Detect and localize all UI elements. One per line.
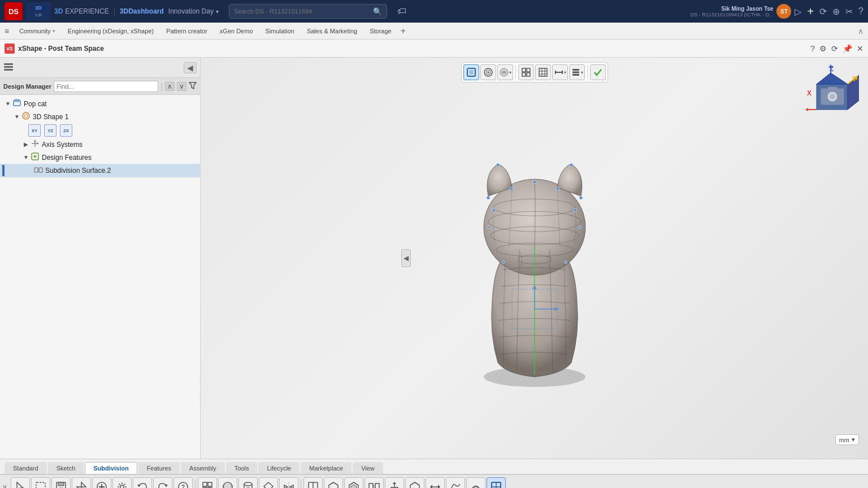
- nav-add-tab[interactable]: +: [401, 26, 406, 36]
- bt-collapse-icon[interactable]: ∨: [2, 483, 7, 489]
- window-help-icon[interactable]: ?: [810, 44, 815, 53]
- bt-edge-loop[interactable]: [303, 477, 323, 489]
- title-dropdown-icon[interactable]: ▾: [216, 8, 219, 15]
- bt-insert[interactable]: [92, 477, 111, 489]
- bt-vertex[interactable]: [344, 477, 363, 489]
- nav-community[interactable]: Community ▾: [14, 25, 61, 37]
- bt-grid-mesh[interactable]: [198, 477, 217, 489]
- axis-expand[interactable]: ▶: [23, 141, 29, 147]
- dm-nav-up[interactable]: ∧: [165, 82, 175, 91]
- pop-cat-expand[interactable]: ▼: [5, 101, 11, 107]
- tree-item-axis[interactable]: ▶ Axis Systems: [0, 138, 200, 151]
- window-pin-icon[interactable]: 📌: [843, 44, 852, 53]
- unit-selector[interactable]: mm ▾: [835, 434, 859, 445]
- bt-save[interactable]: [51, 477, 71, 489]
- 3d-app-icon[interactable]: 3DV,R: [26, 2, 51, 20]
- nav-simulation[interactable]: Simulation: [260, 25, 300, 37]
- tab-standard[interactable]: Standard: [5, 462, 47, 474]
- nav-storage[interactable]: Storage: [364, 25, 397, 37]
- tab-lifecycle[interactable]: Lifecycle: [258, 462, 300, 474]
- tab-sketch[interactable]: Sketch: [48, 462, 84, 474]
- svg-rect-20: [34, 168, 38, 172]
- bt-redo[interactable]: [153, 477, 172, 489]
- bt-slide[interactable]: [426, 477, 445, 489]
- bt-crease[interactable]: [446, 477, 465, 489]
- search-input[interactable]: [234, 8, 373, 15]
- bt-extrude[interactable]: [385, 477, 404, 489]
- bt-sphere[interactable]: [218, 477, 237, 489]
- dm-filter-icon[interactable]: [189, 81, 197, 91]
- vt-measure[interactable]: ▾: [552, 64, 568, 80]
- tag-icon[interactable]: 🏷: [397, 6, 406, 16]
- share-icon[interactable]: ⟳: [819, 6, 827, 17]
- svg-point-64: [496, 163, 500, 167]
- bt-delete[interactable]: [405, 477, 424, 489]
- add-icon[interactable]: +: [807, 5, 814, 18]
- svg-point-107: [244, 482, 252, 486]
- sketch-zx[interactable]: ZX: [60, 124, 72, 137]
- vt-view-mode[interactable]: [518, 64, 534, 80]
- design-manager-search[interactable]: [54, 81, 158, 92]
- tree-item-3d-shape[interactable]: ▼ 3D Shape 1: [0, 110, 200, 123]
- bt-face[interactable]: [324, 477, 343, 489]
- bt-diamond[interactable]: [259, 477, 278, 489]
- vt-render[interactable]: [480, 64, 496, 80]
- svg-text:DS: DS: [8, 7, 19, 16]
- search-icon[interactable]: 🔍: [373, 7, 382, 16]
- nav-engineering[interactable]: Engineering (xDesign, xShape): [62, 25, 159, 37]
- bt-mirror[interactable]: [279, 477, 298, 489]
- bt-select[interactable]: [11, 477, 30, 489]
- nav-xgen[interactable]: xGen Demo: [214, 25, 259, 37]
- sketch-xy[interactable]: XY: [28, 124, 41, 137]
- vt-touch-mode[interactable]: [463, 64, 479, 80]
- username-line2: DS - R1132101169413 (ICTHK - D...: [691, 12, 774, 18]
- bt-settings[interactable]: [112, 477, 132, 489]
- dm-nav-down[interactable]: ∨: [177, 82, 186, 91]
- vt-settings[interactable]: ▾: [569, 64, 585, 80]
- viewport[interactable]: ▾ ▾ ▾ ◀: [201, 58, 868, 459]
- window-refresh-icon[interactable]: ⟳: [831, 44, 838, 53]
- tree-item-pop-cat[interactable]: ▼ Pop cat: [0, 97, 200, 110]
- bt-undo[interactable]: [133, 477, 152, 489]
- nav-hamburger[interactable]: ≡: [5, 27, 9, 36]
- navigate-icon[interactable]: ▷: [795, 6, 801, 17]
- design-features-expand[interactable]: ▼: [23, 154, 29, 160]
- tree-item-design-features[interactable]: ▼ Design Features: [0, 151, 200, 164]
- tab-subdivision[interactable]: Subdivision: [85, 462, 137, 474]
- sidebar-collapse-arrow[interactable]: ◀: [401, 249, 411, 267]
- bt-subdivision-active[interactable]: [487, 477, 506, 489]
- svg-marker-81: [805, 108, 808, 111]
- nav-pattern[interactable]: Pattern creator: [160, 25, 213, 37]
- tab-assembly[interactable]: Assembly: [181, 462, 225, 474]
- tab-view[interactable]: View: [353, 462, 383, 474]
- tab-marketplace[interactable]: Marketplace: [301, 462, 351, 474]
- vt-material[interactable]: ▾: [497, 64, 513, 80]
- viewport-toolbar: ▾ ▾ ▾: [461, 62, 608, 82]
- tab-features[interactable]: Features: [138, 462, 180, 474]
- vt-validate[interactable]: [590, 64, 606, 80]
- bt-help[interactable]: ?: [173, 477, 193, 489]
- bt-cylinder[interactable]: [238, 477, 258, 489]
- username-block: Sik Ming Jason Tse DS - R1132101169413 (…: [691, 6, 774, 18]
- window-settings-icon[interactable]: ⚙: [819, 44, 827, 53]
- help-icon[interactable]: ?: [858, 6, 863, 16]
- bt-box-select[interactable]: [31, 477, 50, 489]
- sidebar-collapse-button[interactable]: ◀: [184, 62, 197, 73]
- broadcast-icon[interactable]: ⊕: [832, 6, 840, 17]
- nav-sales[interactable]: Sales & Marketing: [301, 25, 363, 37]
- orientation-cube[interactable]: X Y Z: [802, 64, 859, 121]
- window-close-icon[interactable]: ✕: [857, 44, 863, 53]
- vt-grid[interactable]: [535, 64, 551, 80]
- avatar[interactable]: ST: [776, 4, 791, 19]
- nav-collapse[interactable]: ∧: [858, 27, 863, 36]
- shape1-expand[interactable]: ▼: [14, 114, 20, 120]
- tab-tools[interactable]: Tools: [226, 462, 258, 474]
- scissors-icon[interactable]: ✂: [845, 6, 853, 17]
- bt-bridge[interactable]: [364, 477, 384, 489]
- svg-marker-16: [37, 142, 39, 145]
- tree-item-subdivision[interactable]: Subdivision Surface.2: [0, 164, 200, 177]
- bt-smooth[interactable]: [466, 477, 485, 489]
- sketch-yz[interactable]: YZ: [44, 124, 57, 137]
- brand-experience: EXPERIENCE: [65, 7, 108, 15]
- bt-update[interactable]: [72, 477, 91, 489]
